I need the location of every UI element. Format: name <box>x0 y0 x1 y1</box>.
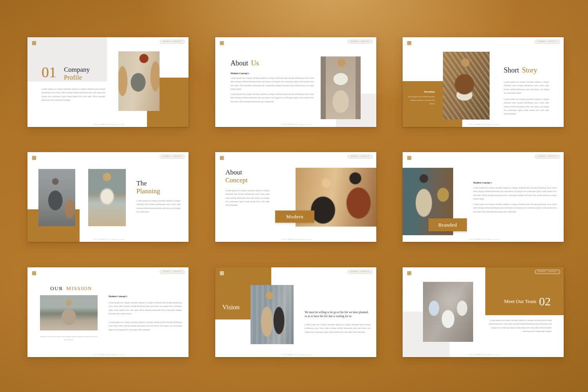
quote-text: We must be willing to let go of the life… <box>305 310 370 319</box>
photo-caption: Suscipit eros iste metus auctor idas dap… <box>40 335 98 341</box>
paragraph-1: Lorem ipsum sad volutpat tincidunt dapib… <box>109 301 182 316</box>
slide-title: Meet Our Team <box>503 299 536 305</box>
slide-footer: © 2021 FAMRICH all rights reserved <box>215 354 376 356</box>
quad-ring-knot-icon <box>407 155 412 160</box>
nav-pill[interactable]: HOME | ABOUT <box>347 40 373 44</box>
panel-heading: Description <box>406 91 435 93</box>
slide-about-us[interactable]: About Us Modern Concept's Lorem ipsum sa… <box>215 37 376 127</box>
quad-ring-knot-icon <box>32 270 36 275</box>
photo-woman-on-chair <box>118 51 160 111</box>
slide-title-gold: MISSION <box>66 285 92 291</box>
template-gallery: 01 Company Profile Lorem ipsum sad volut… <box>0 0 588 392</box>
slide-company-profile[interactable]: 01 Company Profile Lorem ipsum sad volut… <box>27 37 189 127</box>
slide-short-story[interactable]: Description Lorem ipsum sad volutpat tin… <box>403 37 564 127</box>
slide-footer: © 2021 FAMRICH all rights reserved <box>403 123 564 125</box>
body-text: Lorem ipsum sad volutpat tincidunt dapib… <box>305 323 370 334</box>
slide-title-dark: The <box>136 180 160 187</box>
photo-blonde-woman <box>321 56 361 119</box>
nav-pill[interactable]: HOME | ABOUT <box>160 270 185 274</box>
body-text: Lorem ipsum sad volutpat tincidunt dapib… <box>42 87 105 102</box>
quad-ring-knot-icon <box>220 270 224 275</box>
photo-woman-fence <box>443 52 490 120</box>
branded-label: Branded <box>428 218 467 231</box>
subheading: Modern Concept's <box>473 181 492 184</box>
subheading: Modern Concept's <box>109 295 127 298</box>
slide-title-dark: Short <box>504 66 519 74</box>
slide-title-gold: Us <box>251 59 259 67</box>
subheading: Modern Concept's <box>230 72 249 74</box>
photo-two-women-city <box>250 285 294 344</box>
section-number: 01 <box>42 65 56 80</box>
quad-ring-knot-icon <box>220 40 224 45</box>
quad-ring-knot-icon <box>407 270 412 275</box>
slide-footer: © 2021 FAMRICH all rights reserved <box>215 238 376 240</box>
nav-pill[interactable]: HOME | ABOUT <box>160 40 185 44</box>
slide-footer: © 2021 FAMRICH all rights reserved <box>27 354 189 356</box>
paragraph-1: Lorem ipsum sad volutpat tincidunt dapib… <box>230 76 314 91</box>
panel-text: Lorem ipsum sad volutpat tincidunt dapib… <box>406 95 435 106</box>
slide-title-gold: Planning <box>136 187 160 195</box>
slide-vision[interactable]: Vision We must be willing to let go of t… <box>215 267 376 357</box>
photo-team <box>423 282 473 342</box>
paragraph-2: Lorem ipsum sad volutpat tincidunt dapib… <box>109 321 182 332</box>
slide-about-concept[interactable]: About Concept Lorem ipsum sad volutpat t… <box>215 152 376 242</box>
paragraph-2: Lorem ipsum sad volutpat tincidunt dapib… <box>504 98 549 116</box>
paragraph-2: Lorem ipsum sad volutpat tincidunt dapib… <box>230 93 314 103</box>
slide-footer: © 2021 FAMRICH all rights reserved <box>27 238 189 240</box>
nav-pill[interactable]: HOME | ABOUT <box>535 270 560 274</box>
quad-ring-knot-icon <box>32 155 36 160</box>
slide-footer: © 2021 FAMRICH all rights reserved <box>403 354 564 356</box>
body-text: Lorem ipsum sad volutpat tincidunt dapib… <box>225 189 270 207</box>
nav-pill[interactable]: HOME | ABOUT <box>535 154 560 159</box>
slide-title-dark: About <box>230 59 248 67</box>
quad-ring-knot-icon <box>220 155 224 160</box>
quad-ring-knot-icon <box>407 40 412 45</box>
slide-title-gold: Concept <box>225 176 248 184</box>
paragraph-1: Lorem ipsum sad volutpat tincidunt dapib… <box>473 186 557 201</box>
paragraph-2: Lorem ipsum sad volutpat tincidunt dapib… <box>473 203 557 214</box>
slide-title-dark: OUR <box>50 285 63 291</box>
body-text: Lorem ipsum sad volutpat tincidunt dapib… <box>486 319 552 333</box>
slide-footer: © 2021 FAMRICH all rights reserved <box>27 123 189 125</box>
section-number: 02 <box>539 296 551 307</box>
slide-meet-our-team[interactable]: Meet Our Team 02 Lorem ipsum sad volutpa… <box>403 267 564 357</box>
photo-country-road <box>40 295 98 330</box>
slide-title-dark: Company <box>64 66 90 74</box>
nav-pill[interactable]: HOME | ABOUT <box>160 154 185 159</box>
slide-branded[interactable]: Branded Modern Concept's Lorem ipsum sad… <box>403 152 564 242</box>
photo-autumn-forest <box>38 169 75 226</box>
photo-striped-sweater <box>88 169 126 226</box>
slide-footer: © 2021 FAMRICH all rights reserved <box>215 123 376 125</box>
quad-ring-knot-icon <box>32 40 36 45</box>
paragraph-1: Lorem ipsum sad volutpat tincidunt dapib… <box>504 80 549 95</box>
slide-title-gold: Profile <box>64 74 90 82</box>
modern-label: Modern <box>275 211 314 223</box>
slide-title-dark: About <box>225 169 248 176</box>
gold-team-panel <box>485 267 564 315</box>
slide-the-planning[interactable]: The Planning Lorem ipsum sad volutpat ti… <box>27 152 189 242</box>
body-text: Lorem ipsum sad volutpat tincidunt dapib… <box>136 199 181 214</box>
nav-pill[interactable]: HOME | ABOUT <box>347 154 373 159</box>
nav-pill[interactable]: HOME | ABOUT <box>535 40 560 44</box>
slide-footer: © 2021 FAMRICH all rights reserved <box>403 238 564 240</box>
panel-title: Vision <box>222 303 240 311</box>
slide-title-gold: Story <box>522 66 537 74</box>
slide-our-mission[interactable]: OUR MISSION Suscipit eros iste metus auc… <box>27 267 189 357</box>
nav-pill[interactable]: HOME | ABOUT <box>347 270 373 274</box>
